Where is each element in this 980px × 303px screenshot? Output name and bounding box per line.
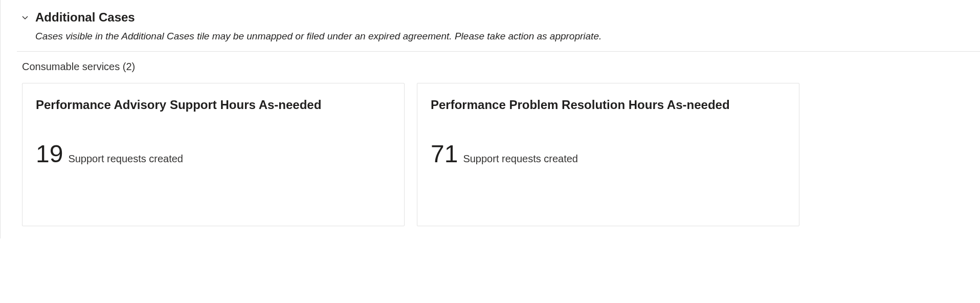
additional-cases-description: Cases visible in the Additional Cases ti… xyxy=(1,29,980,51)
chevron-down-icon[interactable] xyxy=(21,14,29,21)
page-container: Additional Cases Cases visible in the Ad… xyxy=(0,0,980,239)
card-title: Performance Advisory Support Hours As-ne… xyxy=(36,98,391,112)
card-metric: 19 Support requests created xyxy=(36,142,391,166)
service-card-advisory[interactable]: Performance Advisory Support Hours As-ne… xyxy=(22,83,405,226)
cards-row: Performance Advisory Support Hours As-ne… xyxy=(1,83,980,239)
additional-cases-header[interactable]: Additional Cases xyxy=(1,0,980,29)
card-title: Performance Problem Resolution Hours As-… xyxy=(431,98,786,112)
metric-label: Support requests created xyxy=(463,153,578,165)
metric-count: 71 xyxy=(431,142,458,166)
metric-count: 19 xyxy=(36,142,63,166)
additional-cases-title: Additional Cases xyxy=(35,10,135,25)
metric-label: Support requests created xyxy=(68,153,183,165)
consumable-services-header: Consumable services (2) xyxy=(1,52,980,83)
service-card-resolution[interactable]: Performance Problem Resolution Hours As-… xyxy=(417,83,799,226)
card-metric: 71 Support requests created xyxy=(431,142,786,166)
